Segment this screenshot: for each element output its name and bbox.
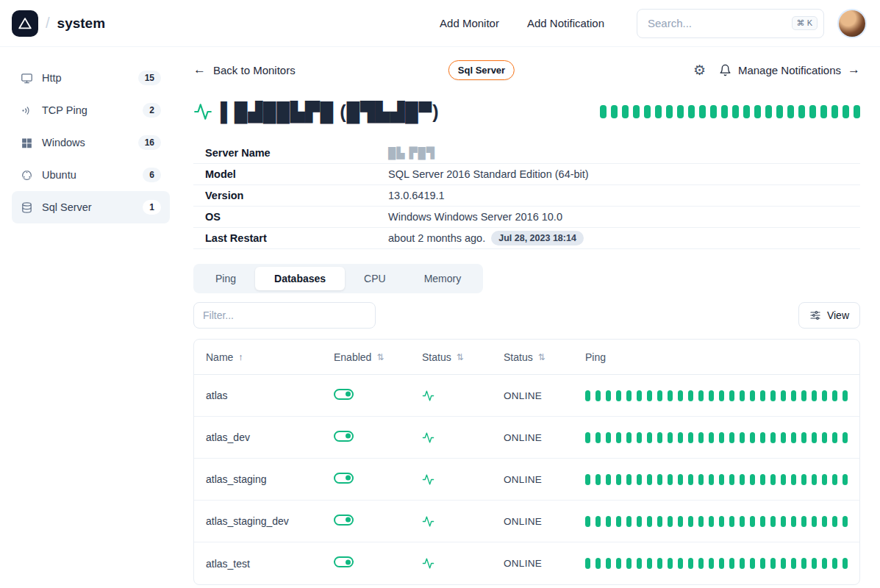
content-shell: Http 15 TCP Ping 2 Windows 16 — [0, 47, 880, 588]
info-label: Server Name — [205, 147, 388, 159]
info-row-model: Model SQL Server 2016 Standard Edition (… — [193, 164, 860, 185]
column-header-status[interactable]: Status ⇅ — [422, 351, 504, 363]
workspace-title: system — [57, 15, 106, 32]
filter-input[interactable] — [193, 302, 376, 329]
sidebar-item-http[interactable]: Http 15 — [12, 62, 170, 94]
arrow-right-icon: → — [848, 62, 860, 77]
status-activity-icon — [422, 390, 504, 402]
info-value: SQL Server 2016 Standard Edition (64-bit… — [388, 168, 589, 180]
database-name: atlas_staging_dev — [206, 515, 334, 527]
status-text: ONLINE — [504, 474, 585, 485]
column-header-ping: Ping — [585, 351, 848, 363]
table-toolbar: View — [193, 302, 860, 329]
sidebar-item-sql-server[interactable]: Sql Server 1 — [12, 191, 170, 223]
search-shortcut-kbd: ⌘ K — [792, 16, 818, 30]
brand[interactable]: / system — [12, 10, 105, 37]
uptime-heartbeat-bars — [600, 105, 860, 118]
sidebar-item-label: Http — [42, 72, 62, 84]
column-label: Status — [504, 351, 533, 363]
sort-icon: ⇅ — [376, 352, 384, 362]
database-name: atlas_dev — [206, 431, 334, 443]
sidebar-count-badge: 2 — [143, 103, 161, 118]
enabled-toggle[interactable] — [334, 473, 354, 484]
header: / system Add Monitor Add Notification Se… — [0, 0, 880, 47]
info-value-redacted: █▙ ▛█▜ — [388, 147, 435, 159]
sidebar-item-windows[interactable]: Windows 16 — [12, 126, 170, 159]
sidebar-count-badge: 15 — [138, 71, 161, 85]
column-label: Enabled — [334, 351, 371, 363]
table-header-row: Name ↑ Enabled ⇅ Status ⇅ Status ⇅ — [194, 340, 859, 375]
table-row: atlas ONLINE — [194, 375, 859, 417]
info-row-last-restart: Last Restart about 2 months ago. Jul 28,… — [193, 228, 860, 249]
tab-memory[interactable]: Memory — [405, 267, 481, 290]
sidebar-count-badge: 6 — [143, 168, 161, 182]
monitor-icon — [21, 72, 33, 85]
manage-notifications-link[interactable]: Manage Notifications → — [719, 62, 860, 77]
info-value: Windows Windows Server 2016 10.0 — [388, 211, 562, 223]
sort-icon: ⇅ — [538, 352, 545, 362]
bell-icon — [719, 64, 731, 76]
gear-icon[interactable]: ⚙ — [693, 63, 706, 77]
monitor-topbar: ← Back to Monitors Sql Server ⚙ Manage N… — [193, 59, 860, 81]
info-label: Version — [205, 190, 388, 201]
enabled-toggle[interactable] — [334, 389, 354, 400]
table-row: atlas_dev ONLINE — [194, 417, 859, 459]
column-header-name[interactable]: Name ↑ — [206, 351, 334, 363]
info-row-server-name: Server Name █▙ ▛█▜ — [193, 143, 860, 164]
view-button-label: View — [827, 309, 849, 321]
sort-asc-icon: ↑ — [238, 351, 243, 362]
breadcrumb-separator: / — [46, 15, 50, 32]
back-link-label: Back to Monitors — [213, 64, 296, 76]
info-label: OS — [205, 211, 388, 223]
view-button[interactable]: View — [798, 302, 860, 329]
info-label: Last Restart — [205, 232, 388, 244]
last-restart-date-badge: Jul 28, 2023 18:14 — [491, 231, 584, 245]
topbar-actions: ⚙ Manage Notifications → — [693, 62, 860, 77]
arrow-left-icon: ← — [193, 62, 206, 77]
avatar[interactable] — [839, 10, 865, 37]
ping-heartbeat-bars — [585, 474, 848, 485]
column-header-enabled[interactable]: Enabled ⇅ — [334, 351, 422, 363]
app-logo-icon — [12, 10, 38, 37]
activity-icon — [193, 102, 212, 121]
search-input[interactable]: Search... ⌘ K — [637, 9, 824, 38]
search-placeholder: Search... — [648, 17, 692, 29]
column-header-status-2[interactable]: Status ⇅ — [504, 351, 585, 363]
main-panel: ← Back to Monitors Sql Server ⚙ Manage N… — [182, 47, 880, 588]
monitor-type-badge: Sql Server — [448, 60, 515, 80]
add-notification-link[interactable]: Add Notification — [527, 17, 604, 29]
server-info-table: Server Name █▙ ▛█▜ Model SQL Server 2016… — [193, 143, 860, 249]
column-label: Status — [422, 351, 451, 363]
database-icon — [21, 201, 33, 214]
sort-icon: ⇅ — [457, 352, 464, 362]
sidebar-item-label: Windows — [42, 137, 85, 148]
enabled-toggle[interactable] — [334, 514, 354, 526]
info-label: Model — [205, 168, 388, 180]
database-name: atlas_test — [206, 558, 334, 570]
windows-icon — [21, 137, 33, 149]
app-root: / system Add Monitor Add Notification Se… — [0, 0, 880, 588]
enabled-toggle[interactable] — [334, 556, 354, 567]
signal-icon — [21, 104, 33, 117]
add-monitor-link[interactable]: Add Monitor — [440, 17, 499, 29]
sidebar-item-ubuntu[interactable]: Ubuntu 6 — [12, 159, 170, 191]
status-text: ONLINE — [504, 390, 585, 401]
tab-databases[interactable]: Databases — [255, 267, 345, 290]
tab-ping[interactable]: Ping — [196, 267, 255, 290]
info-value: 13.0.6419.1 — [388, 190, 445, 201]
enabled-toggle[interactable] — [334, 431, 354, 442]
sidebar-count-badge: 1 — [143, 200, 161, 215]
ping-heartbeat-bars — [585, 558, 848, 569]
ubuntu-icon — [21, 169, 33, 182]
tab-cpu[interactable]: CPU — [345, 267, 405, 290]
table-row: atlas_staging_dev ONLINE — [194, 501, 859, 542]
table-row: atlas_test ONLINE — [194, 542, 859, 584]
manage-notifications-label: Manage Notifications — [738, 64, 841, 76]
database-name: atlas_staging — [206, 473, 334, 485]
sidebar-item-tcp-ping[interactable]: TCP Ping 2 — [12, 94, 170, 126]
status-text: ONLINE — [504, 432, 585, 443]
status-text: ONLINE — [504, 516, 585, 527]
back-to-monitors-link[interactable]: ← Back to Monitors — [193, 62, 296, 77]
monitor-title-row: ▌█▟██▙▛█ (█▜▙▟█▀) — [193, 97, 860, 126]
db-table-body: atlas ONLINE atlas_dev ONLINE atlas_stag… — [194, 375, 859, 584]
